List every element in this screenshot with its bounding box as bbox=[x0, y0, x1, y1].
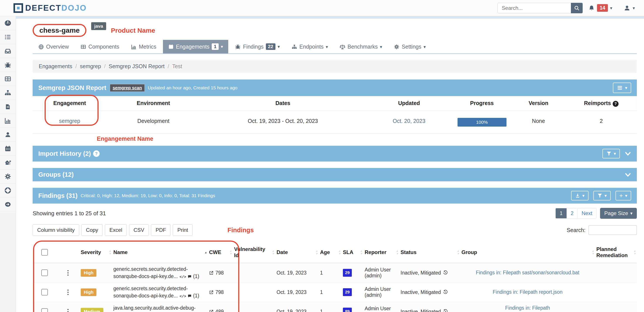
history-icon[interactable] bbox=[443, 290, 448, 294]
cwe-link[interactable]: 798 bbox=[216, 289, 224, 295]
tab-components[interactable]: Components bbox=[75, 40, 124, 53]
defectdojo-logo[interactable]: DEFECTDOJO bbox=[14, 3, 87, 13]
sidebar-item-inbox[interactable] bbox=[0, 44, 16, 58]
tab-engagements[interactable]: Engagements 1 ▾ bbox=[163, 40, 228, 53]
engagement-link[interactable]: semgrep bbox=[59, 118, 80, 124]
hamburger-icon bbox=[617, 85, 623, 91]
sidebar-item-settings[interactable] bbox=[0, 170, 16, 184]
col-age[interactable]: Age▴▾ bbox=[319, 245, 342, 260]
comment-icon bbox=[188, 294, 192, 298]
chevron-down-icon: ▾ bbox=[326, 44, 328, 50]
version-value: None bbox=[511, 111, 566, 133]
select-all-checkbox[interactable] bbox=[41, 249, 48, 256]
breadcrumb-engagements[interactable]: Engagements bbox=[39, 63, 72, 70]
col-cwe[interactable]: CWE▴▾ bbox=[208, 245, 233, 260]
tab-metrics[interactable]: Metrics bbox=[126, 40, 162, 53]
sidebar-item-metrics[interactable] bbox=[0, 114, 16, 128]
gauge-icon bbox=[4, 19, 12, 27]
col-sla[interactable]: SLA▴▾ bbox=[342, 245, 363, 260]
col-date[interactable]: Date▴▾ bbox=[275, 245, 319, 260]
user-menu[interactable]: ▾ bbox=[624, 5, 635, 12]
sidebar-item-dashboard[interactable] bbox=[0, 16, 16, 30]
finding-name[interactable]: java.lang.security.audit.active-debug-co… bbox=[113, 305, 196, 312]
finding-reporter: Admin User (admin) bbox=[363, 265, 399, 281]
chevron-down-icon: ▾ bbox=[630, 211, 632, 216]
search-input[interactable] bbox=[498, 3, 571, 13]
breadcrumb-semgrep-json-report[interactable]: Semgrep JSON Report bbox=[108, 63, 164, 70]
sidebar-item-components[interactable] bbox=[0, 72, 16, 86]
cwe-link[interactable]: 798 bbox=[216, 270, 224, 276]
print-button[interactable]: Print bbox=[173, 224, 192, 236]
tab-benchmarks[interactable]: Benchmarks ▾ bbox=[334, 40, 387, 53]
sidebar-item-list[interactable] bbox=[0, 30, 16, 44]
finding-status: Inactive, Mitigated bbox=[400, 289, 441, 295]
notifications-menu[interactable]: 14 ▾ bbox=[588, 4, 612, 12]
calendar-icon bbox=[4, 145, 11, 152]
history-icon[interactable] bbox=[443, 270, 448, 275]
sidebar-item-benchmarks[interactable] bbox=[0, 155, 16, 170]
findings-filter-button[interactable]: ▾ bbox=[593, 191, 611, 201]
groups-panel-header[interactable]: Groups (12) bbox=[33, 168, 637, 181]
page-1-button[interactable]: 1 bbox=[556, 208, 566, 218]
csv-button[interactable]: CSV bbox=[129, 224, 149, 236]
report-title: Semgrep JSON Report bbox=[38, 84, 106, 91]
findings-download-button[interactable]: ▾ bbox=[571, 191, 588, 201]
row-checkbox[interactable] bbox=[41, 289, 48, 295]
page-size-button[interactable]: Page Size ▾ bbox=[600, 208, 637, 219]
breadcrumb-semgrep[interactable]: semgrep bbox=[80, 63, 101, 70]
sla-badge: 89 bbox=[343, 308, 352, 312]
copy-button[interactable]: Copy bbox=[81, 224, 103, 236]
tab-findings[interactable]: Findings 22 ▾ bbox=[230, 40, 285, 53]
col-status[interactable]: Status▴▾ bbox=[399, 245, 460, 260]
sidebar-item-users[interactable] bbox=[0, 128, 16, 142]
history-icon[interactable] bbox=[443, 309, 448, 312]
kebab-menu-icon[interactable] bbox=[58, 289, 78, 295]
sidebar-item-logout[interactable] bbox=[0, 197, 16, 211]
finding-group-link[interactable]: Findings in: Filepath report.json bbox=[493, 289, 563, 295]
logo-text-dojo: DOJO bbox=[61, 4, 87, 13]
updated-link[interactable]: Oct. 20, 2023 bbox=[393, 118, 425, 124]
col-vulnerability-id[interactable]: Vulnerability Id▴▾ bbox=[233, 242, 275, 263]
import-history-filter-button[interactable]: ▾ bbox=[602, 149, 620, 159]
col-severity[interactable]: Severity▴▾ bbox=[80, 245, 112, 260]
sidebar-item-calendar[interactable] bbox=[0, 142, 16, 155]
kebab-menu-icon[interactable] bbox=[58, 309, 78, 312]
finding-name[interactable]: generic.secrets.security.detected-sonarq… bbox=[113, 286, 188, 298]
col-group[interactable]: Group▴▾ bbox=[460, 245, 595, 260]
search-button[interactable] bbox=[571, 3, 583, 13]
col-name[interactable]: Name▴ bbox=[112, 245, 208, 260]
table-search-input[interactable] bbox=[588, 225, 637, 235]
severity-badge: Medium bbox=[81, 308, 103, 312]
report-menu-button[interactable]: ▾ bbox=[613, 83, 631, 93]
tab-endpoints[interactable]: Endpoints ▾ bbox=[286, 40, 333, 53]
finding-group-link[interactable]: Findings in: Filepath sast/sonar/sonarcl… bbox=[476, 270, 580, 275]
collapse-chevron-icon[interactable] bbox=[625, 172, 631, 178]
cwe-link[interactable]: 489 bbox=[216, 309, 224, 312]
findings-add-button[interactable]: + ▾ bbox=[616, 191, 631, 201]
sidebar-item-findings[interactable] bbox=[0, 58, 16, 72]
product-name[interactable]: chess-game bbox=[40, 26, 80, 34]
excel-button[interactable]: Excel bbox=[105, 224, 127, 236]
import-history-panel-header[interactable]: Import History (2) ? ▾ bbox=[33, 146, 637, 162]
col-planned-remediation[interactable]: Planned Remediation▴▾ bbox=[595, 242, 637, 263]
next-page-button[interactable]: Next bbox=[578, 208, 596, 218]
sidebar-item-reports[interactable] bbox=[0, 100, 16, 114]
user-icon bbox=[4, 131, 11, 138]
finding-name[interactable]: generic.secrets.security.detected-sonarq… bbox=[113, 266, 188, 279]
sidebar-item-endpoints[interactable] bbox=[0, 86, 16, 100]
tab-settings[interactable]: Settings ▾ bbox=[388, 40, 431, 53]
page-2-button[interactable]: 2 bbox=[567, 208, 578, 218]
help-icon[interactable]: ? bbox=[613, 101, 618, 107]
row-checkbox[interactable] bbox=[41, 269, 48, 276]
scan-type-badge[interactable]: semgrep scan bbox=[110, 84, 145, 92]
sidebar-item-support[interactable] bbox=[0, 184, 16, 197]
collapse-chevron-icon[interactable] bbox=[625, 150, 631, 157]
row-checkbox[interactable] bbox=[41, 308, 48, 312]
pdf-button[interactable]: PDF bbox=[151, 224, 170, 236]
tab-overview[interactable]: Overview bbox=[33, 40, 74, 53]
column-visibility-button[interactable]: Column visibility bbox=[33, 224, 79, 236]
help-icon[interactable]: ? bbox=[93, 150, 100, 157]
col-reporter[interactable]: Reporter▴▾ bbox=[363, 245, 399, 260]
kebab-menu-icon[interactable] bbox=[58, 270, 78, 276]
finding-group-link[interactable]: Findings in: Filepath src/main/java/core… bbox=[464, 305, 591, 312]
